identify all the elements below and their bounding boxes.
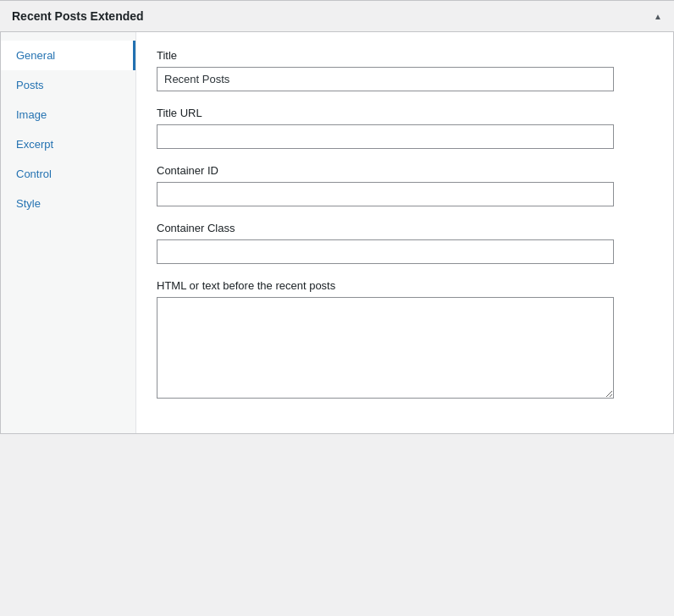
- title-field-group: Title: [157, 49, 653, 91]
- title-url-input[interactable]: [157, 124, 614, 149]
- container-id-input[interactable]: [157, 182, 614, 206]
- sidebar-item-general[interactable]: General: [1, 41, 135, 70]
- content-area: Title Title URL Container ID Container C…: [136, 32, 673, 433]
- sidebar-item-posts[interactable]: Posts: [1, 70, 135, 100]
- container-class-field-group: Container Class: [157, 222, 653, 264]
- title-label: Title: [157, 49, 653, 62]
- html-before-label: HTML or text before the recent posts: [157, 279, 653, 292]
- title-url-label: Title URL: [157, 107, 653, 119]
- sidebar-item-style[interactable]: Style: [1, 189, 135, 218]
- widget-title: Recent Posts Extended: [12, 9, 144, 23]
- widget-toggle-icon[interactable]: ▲: [654, 12, 662, 21]
- widget-header: Recent Posts Extended ▲: [0, 0, 674, 32]
- sidebar-nav: General Posts Image Excerpt Control Styl…: [1, 32, 136, 433]
- container-class-label: Container Class: [157, 222, 653, 234]
- sidebar-item-control[interactable]: Control: [1, 159, 135, 189]
- sidebar-item-image[interactable]: Image: [1, 100, 135, 129]
- html-before-field-group: HTML or text before the recent posts: [157, 279, 653, 401]
- title-url-field-group: Title URL: [157, 107, 653, 149]
- widget-container: Recent Posts Extended ▲ General Posts Im…: [0, 0, 674, 616]
- html-before-textarea[interactable]: [157, 297, 614, 399]
- container-class-input[interactable]: [157, 239, 614, 264]
- widget-body: General Posts Image Excerpt Control Styl…: [0, 32, 674, 434]
- sidebar-item-excerpt[interactable]: Excerpt: [1, 129, 135, 159]
- title-input[interactable]: [157, 67, 614, 91]
- container-id-label: Container ID: [157, 164, 653, 177]
- container-id-field-group: Container ID: [157, 164, 653, 206]
